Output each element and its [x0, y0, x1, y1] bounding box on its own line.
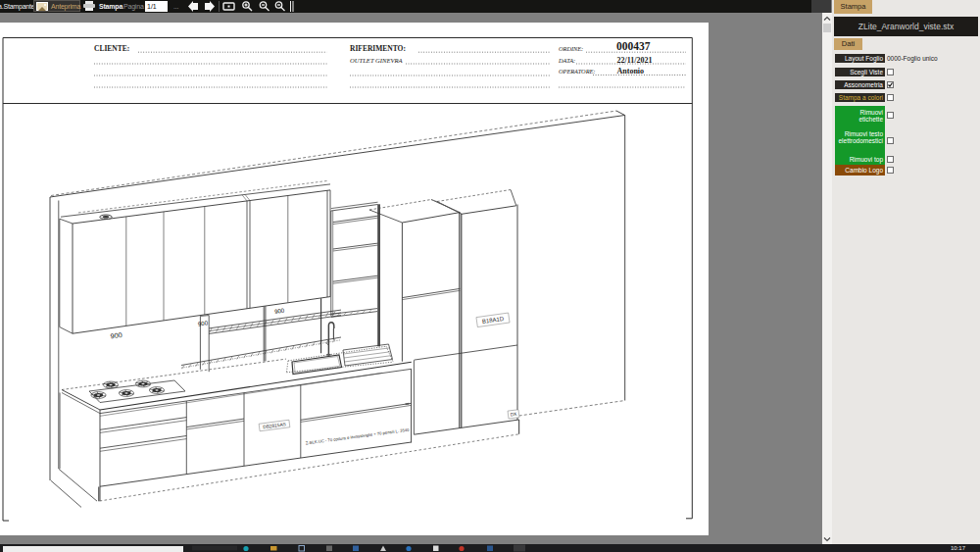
svg-text:OUTLET GINEVRA: OUTLET GINEVRA — [350, 57, 404, 64]
svg-text:900: 900 — [198, 320, 209, 326]
svg-text:Antonio: Antonio — [617, 67, 645, 75]
svg-text:22/11/2021: 22/11/2021 — [617, 56, 653, 65]
svg-text:CLIENTE:: CLIENTE: — [94, 44, 129, 53]
svg-text:DATA:: DATA: — [558, 57, 575, 64]
svg-text:Z-BLK.UC - 70 cottura e lavast: Z-BLK.UC - 70 cottura e lavastoviglie + … — [305, 427, 410, 446]
svg-text:ORDINE:: ORDINE: — [559, 45, 583, 52]
svg-text:RIFERIMENTO:: RIFERIMENTO: — [350, 44, 406, 53]
svg-text:900: 900 — [110, 330, 122, 341]
svg-text:000437: 000437 — [616, 40, 651, 52]
svg-text:900: 900 — [274, 308, 285, 315]
svg-text:OPERATORE:: OPERATORE: — [559, 68, 595, 75]
